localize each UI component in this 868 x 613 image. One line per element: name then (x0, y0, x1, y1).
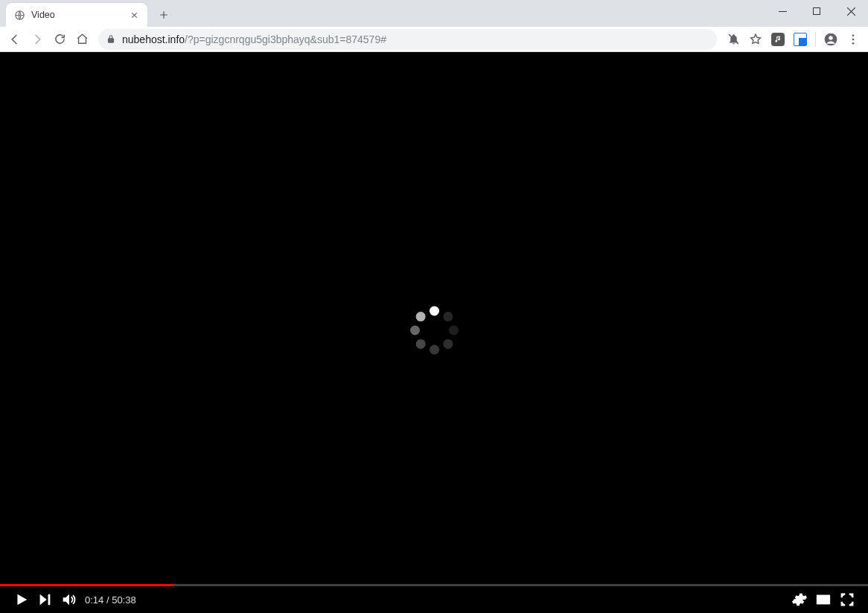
notifications-muted-icon[interactable] (723, 29, 744, 50)
next-button[interactable] (33, 588, 57, 612)
url-text: nubehost.info/?p=gizgcnrqgu5gi3bphayq&su… (122, 33, 386, 45)
spinner-dot (443, 338, 453, 348)
close-icon[interactable] (128, 9, 140, 21)
home-button[interactable] (71, 29, 92, 50)
spinner-dot (443, 312, 453, 321)
spinner-dot (430, 306, 439, 315)
svg-point-6 (852, 34, 855, 36)
spinner-dot (415, 312, 425, 321)
svg-point-5 (829, 36, 832, 39)
tab-title: Video (31, 10, 128, 20)
lock-icon (106, 34, 116, 45)
spinner-dot (449, 325, 459, 335)
video-viewport[interactable]: 0:14 / 50:38 (0, 52, 868, 613)
gear-icon (791, 591, 808, 608)
play-button[interactable] (9, 588, 33, 612)
minimize-button[interactable] (765, 0, 800, 22)
fullscreen-button[interactable] (835, 588, 859, 612)
globe-icon (13, 9, 25, 21)
reload-button[interactable] (49, 29, 70, 50)
browser-title-bar: Video (0, 0, 868, 27)
maximize-button[interactable] (800, 0, 834, 22)
svg-point-7 (852, 38, 855, 40)
spinner-dot (430, 344, 439, 354)
theater-mode-button[interactable] (811, 588, 835, 612)
address-bar[interactable]: nubehost.info/?p=gizgcnrqgu5gi3bphayq&su… (98, 29, 717, 50)
back-button[interactable] (4, 29, 25, 50)
window-controls (765, 0, 868, 22)
browser-tab[interactable]: Video (6, 3, 147, 27)
forward-button[interactable] (27, 29, 48, 50)
player-controls: 0:14 / 50:38 (0, 584, 868, 613)
profile-button[interactable] (820, 29, 841, 50)
music-extension-icon (771, 33, 785, 46)
svg-rect-2 (813, 7, 820, 14)
svg-rect-1 (779, 11, 787, 12)
window-close-button[interactable] (834, 0, 868, 22)
progress-bar[interactable] (0, 584, 868, 586)
extension-icon[interactable] (768, 29, 788, 50)
kebab-menu-icon[interactable] (843, 29, 864, 50)
new-tab-button[interactable] (153, 4, 174, 25)
svg-point-8 (852, 42, 855, 44)
loading-spinner-icon (408, 304, 460, 356)
time-display: 0:14 / 50:38 (85, 594, 136, 606)
progress-played (0, 584, 173, 586)
settings-button[interactable] (788, 588, 811, 612)
volume-button[interactable] (57, 588, 80, 612)
spinner-dot (415, 338, 425, 348)
browser-toolbar: nubehost.info/?p=gizgcnrqgu5gi3bphayq&su… (0, 27, 868, 52)
svg-rect-9 (817, 596, 830, 604)
spinner-dot (410, 325, 420, 335)
translate-extension-icon[interactable] (790, 29, 811, 50)
toolbar-separator (815, 32, 816, 47)
bookmark-star-icon[interactable] (745, 29, 766, 50)
